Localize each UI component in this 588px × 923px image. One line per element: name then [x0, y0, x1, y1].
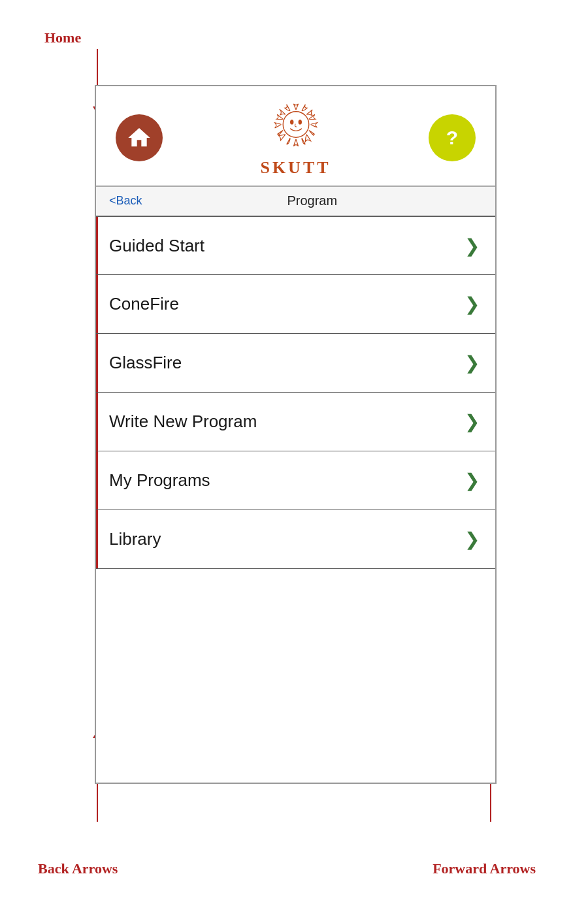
- nav-title: Program: [142, 193, 482, 208]
- menu-item-label: ConeFire: [109, 294, 179, 314]
- menu-item-chevron-icon: ❯: [465, 235, 480, 257]
- left-indicator: [96, 451, 98, 510]
- help-button[interactable]: ?: [429, 114, 476, 161]
- left-indicator: [96, 510, 98, 568]
- help-icon: ?: [446, 127, 458, 149]
- home-button[interactable]: [116, 114, 163, 161]
- annotation-forward: Forward Arrows: [433, 860, 536, 877]
- skutt-sun-logo: [260, 98, 332, 157]
- menu-item-chevron-icon: ❯: [465, 293, 480, 315]
- back-chevron-icon: <: [109, 194, 116, 208]
- menu-item-label: My Programs: [109, 470, 210, 491]
- menu-item-library[interactable]: Library❯: [96, 510, 495, 569]
- menu-item-conefire[interactable]: ConeFire❯: [96, 275, 495, 334]
- bottom-empty-area: [96, 569, 495, 752]
- menu-item-glassfire[interactable]: GlassFire❯: [96, 334, 495, 393]
- left-indicator: [96, 393, 98, 451]
- menu-item-chevron-icon: ❯: [465, 352, 480, 374]
- left-indicator: [96, 217, 98, 274]
- left-indicator: [96, 334, 98, 392]
- menu-item-label: Guided Start: [109, 236, 204, 256]
- svg-point-0: [283, 112, 309, 138]
- menu-item-chevron-icon: ❯: [465, 528, 480, 550]
- nav-bar: < Back Program: [96, 187, 495, 216]
- svg-point-2: [298, 120, 301, 124]
- left-indicator: [96, 275, 98, 333]
- menu-item-label: Write New Program: [109, 412, 257, 432]
- menu-item-label: Library: [109, 529, 161, 549]
- app-header: SKUTT ?: [96, 86, 495, 187]
- menu-list: Guided Start❯ConeFire❯GlassFire❯Write Ne…: [96, 216, 495, 569]
- menu-item-guided-start[interactable]: Guided Start❯: [96, 216, 495, 275]
- menu-item-chevron-icon: ❯: [465, 411, 480, 432]
- back-button[interactable]: Back: [116, 194, 142, 208]
- svg-point-1: [290, 120, 293, 124]
- home-icon: [126, 125, 152, 151]
- menu-item-chevron-icon: ❯: [465, 470, 480, 491]
- menu-item-my-programs[interactable]: My Programs❯: [96, 451, 495, 510]
- logo-area: SKUTT: [260, 98, 332, 178]
- menu-item-write-new-program[interactable]: Write New Program❯: [96, 393, 495, 451]
- annotation-back: Back Arrows: [38, 860, 118, 877]
- menu-item-label: GlassFire: [109, 353, 182, 373]
- page-wrapper: Home Back Arrows Forward Arrows: [0, 0, 588, 923]
- logo-text: SKUTT: [260, 158, 331, 178]
- device-frame: SKUTT ? < Back Program Guided Start❯Cone…: [95, 85, 497, 784]
- annotation-home: Home: [44, 29, 81, 46]
